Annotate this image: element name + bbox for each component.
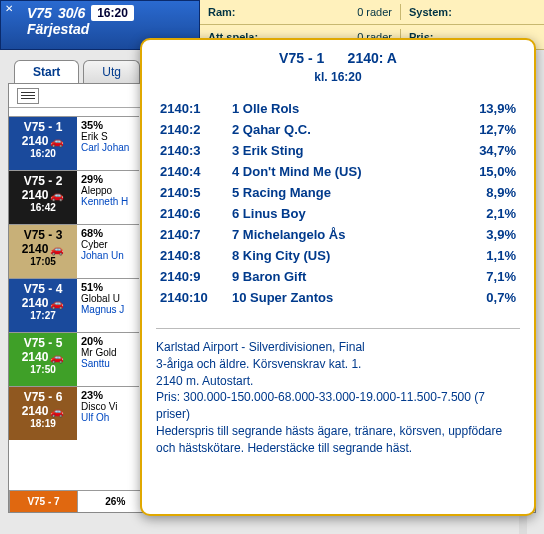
race-head[interactable]: V75 - 52140 🚗17:50 — [9, 333, 77, 386]
popup-title-right: 2140: A — [348, 50, 397, 66]
race-head[interactable]: V75 - 12140 🚗16:20 — [9, 117, 77, 170]
race-dist: 2140 🚗 — [22, 350, 65, 364]
race-box[interactable]: V75 - 22140 🚗16:4229%AleppoKenneth H — [9, 170, 139, 224]
track-name: Färjestad — [27, 21, 191, 37]
race-head[interactable]: V75 - 62140 🚗18:19 — [9, 387, 77, 440]
popup-row[interactable]: 2140:22 Qahar Q.C.12,7% — [156, 119, 520, 140]
system-label: System: — [400, 4, 470, 20]
popup-row[interactable]: 2140:88 King City (US)1,1% — [156, 245, 520, 266]
race-time: 17:05 — [30, 256, 56, 267]
race-box[interactable]: V75 - 42140 🚗17:2751%Global UMagnus J — [9, 278, 139, 332]
race-id: V75 - 5 — [24, 336, 63, 350]
race-horse: Erik S — [81, 131, 135, 142]
race-box[interactable]: V75 - 32140 🚗17:0568%CyberJohan Un — [9, 224, 139, 278]
popup-row[interactable]: 2140:99 Baron Gift7,1% — [156, 266, 520, 287]
race-driver: Johan Un — [81, 250, 135, 261]
race-info-line2: 3-åriga och äldre. Körsvenskrav kat. 1. — [156, 356, 520, 373]
race-box[interactable]: V75 - 12140 🚗16:2035%Erik SCarl Johan — [9, 116, 139, 170]
race-info: 20%Mr GoldSanttu — [77, 333, 139, 386]
ram-value: 0 rader — [290, 4, 400, 20]
race-head[interactable]: V75 - 22140 🚗16:42 — [9, 171, 77, 224]
race-box[interactable]: V75 - 52140 🚗17:5020%Mr GoldSanttu — [9, 332, 139, 386]
game-date: 30/6 — [58, 5, 85, 21]
popup-row[interactable]: 2140:55 Racing Mange8,9% — [156, 182, 520, 203]
popup-row[interactable]: 2140:1010 Super Zantos0,7% — [156, 287, 520, 308]
row-name: 2 Qahar Q.C. — [232, 122, 452, 137]
race-horse: Aleppo — [81, 185, 135, 196]
row-pct: 12,7% — [452, 122, 516, 137]
car-icon: 🚗 — [50, 297, 64, 310]
game-label: V75 — [27, 5, 52, 21]
race-info: 68%CyberJohan Un — [77, 225, 139, 278]
race-sidebar: V75 - 12140 🚗16:2035%Erik SCarl JohanV75… — [9, 116, 139, 440]
row-id: 2140:2 — [160, 122, 232, 137]
row-name: 3 Erik Sting — [232, 143, 452, 158]
race-driver: Magnus J — [81, 304, 135, 315]
row-pct: 7,1% — [452, 269, 516, 284]
race-dist: 2140 🚗 — [22, 296, 65, 310]
close-icon[interactable]: ✕ — [5, 3, 13, 14]
list-view-icon[interactable] — [17, 88, 39, 104]
race-horse: Cyber — [81, 239, 135, 250]
race-pct: 29% — [81, 173, 135, 185]
popup-info: Karlstad Airport - Silverdivisionen, Fin… — [156, 339, 520, 457]
race-time: 18:19 — [30, 418, 56, 429]
popup-title-left: V75 - 1 — [279, 50, 324, 66]
race-info-line4: Pris: 300.000-150.000-68.000-33.000-19.0… — [156, 389, 520, 423]
row-name: 6 Linus Boy — [232, 206, 452, 221]
popup-row[interactable]: 2140:33 Erik Sting34,7% — [156, 140, 520, 161]
row-pct: 8,9% — [452, 185, 516, 200]
race-time: 16:20 — [30, 148, 56, 159]
popup-horse-list: 2140:11 Olle Rols13,9%2140:22 Qahar Q.C.… — [156, 98, 520, 308]
row-id: 2140:7 — [160, 227, 232, 242]
row-pct: 34,7% — [452, 143, 516, 158]
race-pct: 51% — [81, 281, 135, 293]
race-dist: 2140 🚗 — [22, 188, 65, 202]
row-pct: 0,7% — [452, 290, 516, 305]
race-info-line1: Karlstad Airport - Silverdivisionen, Fin… — [156, 339, 520, 356]
row-name: 10 Super Zantos — [232, 290, 452, 305]
race-time: 17:50 — [30, 364, 56, 375]
row-name: 8 King City (US) — [232, 248, 452, 263]
race-horse: Mr Gold — [81, 347, 135, 358]
row-id: 2140:3 — [160, 143, 232, 158]
race-head[interactable]: V75 - 32140 🚗17:05 — [9, 225, 77, 278]
race-driver: Ulf Oh — [81, 412, 135, 423]
row-name: 5 Racing Mange — [232, 185, 452, 200]
row-pct: 3,9% — [452, 227, 516, 242]
popup-subtitle: kl. 16:20 — [156, 70, 520, 84]
race-time: 16:42 — [30, 202, 56, 213]
race-dist: 2140 🚗 — [22, 134, 65, 148]
row-id: 2140:4 — [160, 164, 232, 179]
race-info: 35%Erik SCarl Johan — [77, 117, 139, 170]
race-info-line3: 2140 m. Autostart. — [156, 373, 520, 390]
divider — [156, 328, 520, 329]
row-id: 2140:6 — [160, 206, 232, 221]
race-box[interactable]: V75 - 62140 🚗18:1923%Disco ViUlf Oh — [9, 386, 139, 440]
race-pct: 35% — [81, 119, 135, 131]
popup-row[interactable]: 2140:11 Olle Rols13,9% — [156, 98, 520, 119]
popup-row[interactable]: 2140:77 Michelangelo Ås3,9% — [156, 224, 520, 245]
race-id: V75 - 6 — [24, 390, 63, 404]
popup-row[interactable]: 2140:44 Don't Mind Me (US)15,0% — [156, 161, 520, 182]
car-icon: 🚗 — [50, 189, 64, 202]
tab-start[interactable]: Start — [14, 60, 79, 83]
race-driver: Santtu — [81, 358, 135, 369]
popup-row[interactable]: 2140:66 Linus Boy2,1% — [156, 203, 520, 224]
row-id: 2140:5 — [160, 185, 232, 200]
row-name: 9 Baron Gift — [232, 269, 452, 284]
race-head[interactable]: V75 - 42140 🚗17:27 — [9, 279, 77, 332]
row-pct: 13,9% — [452, 101, 516, 116]
race-detail-popup: V75 - 1 2140: A kl. 16:20 2140:11 Olle R… — [140, 38, 536, 516]
race-header-7[interactable]: V75 - 7 — [9, 490, 77, 512]
race-pct: 23% — [81, 389, 135, 401]
ram-label: Ram: — [200, 4, 290, 20]
race-driver: Carl Johan — [81, 142, 135, 153]
row-id: 2140:8 — [160, 248, 232, 263]
tab-utg[interactable]: Utg — [83, 60, 140, 83]
race-pct: 68% — [81, 227, 135, 239]
car-icon: 🚗 — [50, 351, 64, 364]
row-id: 2140:9 — [160, 269, 232, 284]
popup-title: V75 - 1 2140: A — [156, 50, 520, 66]
race-time: 17:27 — [30, 310, 56, 321]
